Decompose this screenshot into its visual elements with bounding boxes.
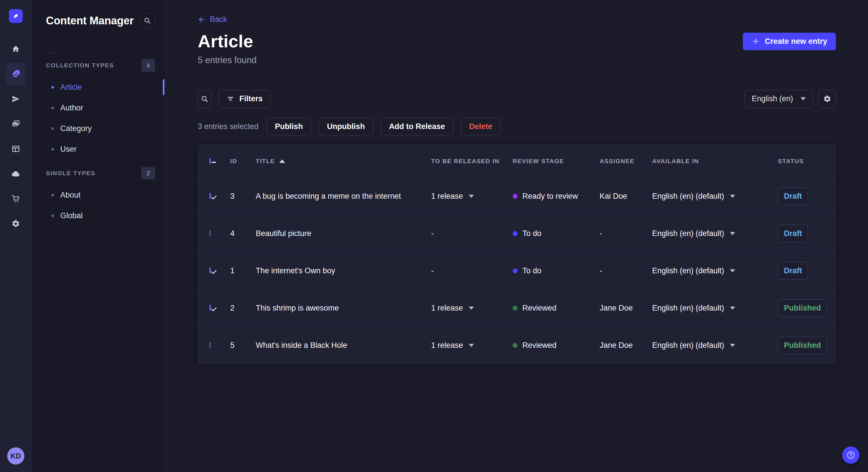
cell-to-be-released-in[interactable]: - [431, 229, 513, 238]
release-label: 1 release [431, 192, 463, 201]
content-type-builder-icon[interactable] [6, 138, 25, 160]
cell-available-in[interactable]: English (en) (default) [652, 229, 778, 238]
select-all-checkbox[interactable] [210, 158, 211, 164]
svg-text:?: ? [849, 453, 852, 458]
app-root: KD Content Manager COLLECTION TYPES 4 Ar… [0, 0, 868, 472]
sidebar-item[interactable]: Author [32, 98, 165, 118]
stage-dot [513, 306, 518, 310]
chevron-down-icon [801, 97, 806, 100]
main-content: Back Article Create new entry 5 entries … [166, 0, 868, 472]
cell-to-be-released-in[interactable]: - [431, 266, 513, 275]
table-body: 3 A bug is becoming a meme on the intern… [198, 177, 836, 364]
strapi-logo-icon [11, 12, 20, 20]
sidebar-search-button[interactable] [140, 13, 155, 28]
sidebar-item[interactable]: Category [32, 118, 165, 139]
sidebar-item[interactable]: Global [32, 205, 165, 226]
column-header-id[interactable]: ID [230, 158, 256, 165]
release-label: 1 release [431, 341, 463, 350]
cell-available-in[interactable]: English (en) (default) [652, 266, 778, 275]
stage-label: Ready to review [522, 192, 578, 201]
view-settings-button[interactable] [818, 90, 836, 108]
unpublish-button[interactable]: Unpublish [319, 118, 373, 135]
cell-to-be-released-in[interactable]: 1 release [431, 341, 513, 350]
content-manager-feather-icon[interactable] [6, 63, 25, 85]
back-link[interactable]: Back [198, 15, 227, 24]
table-row[interactable]: 1 The internet's Own boy - To do - Engli… [198, 252, 836, 289]
entries-count-subtitle: 5 entries found [198, 55, 836, 65]
cell-available-in[interactable]: English (en) (default) [652, 304, 778, 312]
section-count-badge: 4 [141, 59, 155, 72]
section-items: About Global [32, 185, 165, 226]
strapi-logo[interactable] [9, 9, 23, 23]
sidebar-item-label: Global [60, 211, 83, 220]
sidebar-item[interactable]: About [32, 185, 165, 205]
locale-select[interactable]: English (en) [745, 90, 813, 108]
column-header-to-be-released-in[interactable]: TO BE RELEASED IN [431, 158, 513, 165]
help-button[interactable]: ? [842, 446, 859, 464]
back-label: Back [210, 15, 227, 24]
user-avatar[interactable]: KD [7, 447, 24, 465]
section-header: COLLECTION TYPES 4 [32, 59, 165, 72]
page-title: Article [198, 31, 253, 52]
settings-gear-icon[interactable] [6, 212, 25, 235]
row-checkbox[interactable] [210, 230, 211, 236]
search-icon [143, 16, 151, 25]
locale-caret-icon [730, 232, 735, 235]
sidebar-item[interactable]: Article [32, 77, 165, 98]
column-header-title-label: TITLE [256, 158, 275, 165]
search-button[interactable] [198, 90, 212, 108]
cell-review-stage: Reviewed [513, 341, 600, 350]
cell-title: What's inside a Black Hole [256, 341, 431, 350]
toolbar-right: English (en) [745, 90, 836, 108]
stage-label: Reviewed [522, 341, 557, 350]
cell-id: 2 [230, 304, 256, 312]
releases-paper-plane-icon[interactable] [6, 88, 25, 110]
publish-button[interactable]: Publish [267, 118, 311, 135]
deploy-cloud-icon[interactable] [6, 163, 25, 185]
row-checkbox[interactable] [210, 305, 211, 311]
stage-label: To do [522, 229, 541, 238]
bullet-icon [51, 148, 54, 150]
column-header-review-stage[interactable]: REVIEW STAGE [513, 158, 600, 165]
entries-table: ID TITLE TO BE RELEASED IN REVIEW STAGE … [198, 145, 836, 364]
search-icon [200, 95, 209, 103]
selection-count-label: 3 entries selected [198, 122, 259, 131]
row-checkbox[interactable] [210, 268, 211, 274]
table-row[interactable]: 2 This shrimp is awesome 1 release Revie… [198, 289, 836, 327]
bullet-icon [51, 86, 54, 89]
locale-label: English (en) (default) [652, 266, 724, 275]
locale-selected-label: English (en) [752, 94, 793, 103]
column-header-status[interactable]: STATUS [778, 158, 827, 165]
toolbar-left: Filters [198, 90, 270, 108]
add-to-release-button[interactable]: Add to Release [381, 118, 453, 135]
filters-button[interactable]: Filters [218, 90, 270, 108]
cell-available-in[interactable]: English (en) (default) [652, 341, 778, 350]
column-header-available-in[interactable]: AVAILABLE IN [652, 158, 778, 165]
media-library-icon[interactable] [6, 113, 25, 135]
create-new-entry-button[interactable]: Create new entry [743, 33, 836, 50]
bullet-icon [51, 194, 54, 196]
arrow-left-icon [198, 15, 206, 24]
column-header-title[interactable]: TITLE [256, 158, 431, 165]
cell-review-stage: To do [513, 229, 600, 238]
delete-button[interactable]: Delete [461, 118, 501, 135]
table-row[interactable]: 5 What's inside a Black Hole 1 release R… [198, 327, 836, 364]
table-row[interactable]: 4 Beautiful picture - To do - English (e… [198, 215, 836, 252]
row-checkbox[interactable] [210, 193, 211, 199]
table-row[interactable]: 3 A bug is becoming a meme on the intern… [198, 177, 836, 215]
sort-ascending-icon [279, 160, 285, 163]
home-icon[interactable] [6, 38, 25, 60]
stage-dot [513, 194, 518, 199]
stage-dot [513, 231, 518, 236]
release-label: 1 release [431, 304, 463, 312]
stage-label: To do [522, 266, 541, 275]
cell-to-be-released-in[interactable]: 1 release [431, 192, 513, 201]
logo-cell [0, 0, 32, 32]
marketplace-cart-icon[interactable] [6, 188, 25, 210]
release-label: - [431, 266, 434, 275]
column-header-assignee[interactable]: ASSIGNEE [600, 158, 652, 165]
sidebar-item[interactable]: User [32, 139, 165, 160]
cell-available-in[interactable]: English (en) (default) [652, 192, 778, 201]
row-checkbox[interactable] [210, 342, 211, 348]
cell-to-be-released-in[interactable]: 1 release [431, 304, 513, 312]
